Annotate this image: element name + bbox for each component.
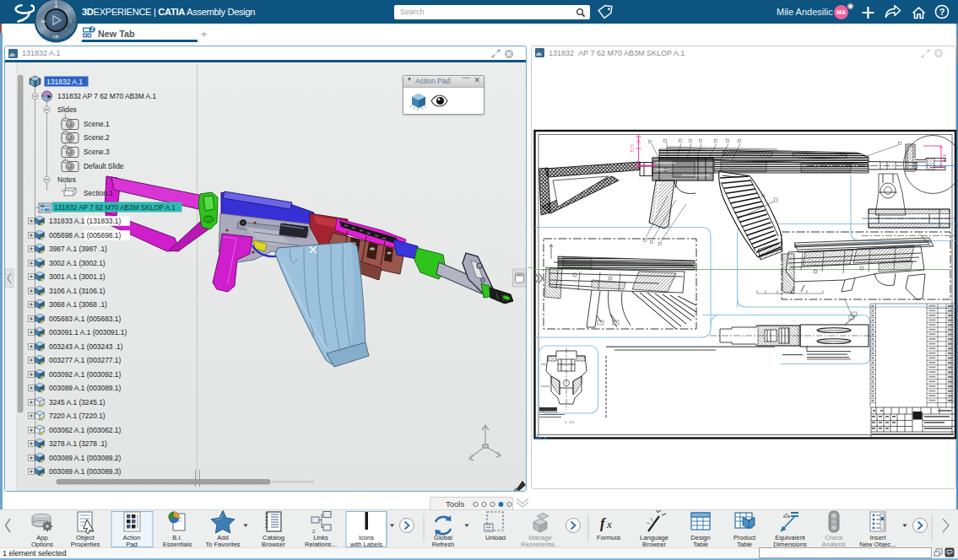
svg-text:005683 A.1 (005683.1): 005683 A.1 (005683.1) [49, 315, 121, 323]
svg-text:005698 A.1 (005698.1): 005698 A.1 (005698.1) [49, 231, 121, 240]
svg-text:131833 A.1 (131833.1): 131833 A.1 (131833.1) [49, 217, 121, 225]
svg-text:7220 A.1 (7220.1): 7220 A.1 (7220.1) [49, 412, 106, 420]
svg-text:ObjectProperties: ObjectProperties [71, 534, 100, 548]
svg-text:003089 A.1 (003089.1): 003089 A.1 (003089.1) [49, 384, 121, 392]
svg-text:131832 A.1: 131832 A.1 [46, 78, 83, 86]
svg-text:B.I.Essentials: B.I.Essentials [163, 534, 192, 548]
svg-text:Unload: Unload [485, 534, 506, 541]
svg-text:Section.1: Section.1 [84, 189, 113, 197]
svg-text:CheckAnalysis: CheckAnalysis [822, 534, 846, 548]
svg-text:131832 AP 7 62 M70 AB3M A.1: 131832 AP 7 62 M70 AB3M A.1 [57, 92, 157, 100]
svg-text:3106 A.1 (3106.1): 3106 A.1 (3106.1) [49, 287, 106, 295]
svg-text:003243 A.1 (003243 .1): 003243 A.1 (003243 .1) [49, 342, 123, 351]
svg-text:?: ? [939, 7, 945, 17]
svg-text:EquivalentDimensions: EquivalentDimensions [773, 534, 807, 548]
svg-text:3987 A.1 (3987 .1): 3987 A.1 (3987 .1) [49, 245, 107, 253]
svg-text:x: x [606, 518, 612, 530]
svg-text:InsertNew Objec...: InsertNew Objec... [859, 534, 896, 548]
svg-text:LinksRelations...: LinksRelations... [305, 534, 337, 548]
svg-text:57,5: 57,5 [631, 144, 635, 152]
svg-text:003062 A.1 (003062.1): 003062 A.1 (003062.1) [49, 426, 121, 434]
svg-text:3002 A.1 (3002.1): 3002 A.1 (3002.1) [49, 259, 106, 267]
svg-text:003089 A.1 (003089.2): 003089 A.1 (003089.2) [49, 454, 121, 462]
svg-text:ds: ds [537, 51, 543, 57]
svg-text:3001 A.1 (3001.1): 3001 A.1 (3001.1) [49, 272, 106, 281]
svg-text:3068 A.1 (3068 .1): 3068 A.1 (3068 .1) [49, 300, 107, 309]
svg-text:2: 2 [91, 26, 95, 32]
svg-text:003091.1 A.1 (003091.1): 003091.1 A.1 (003091.1) [49, 328, 127, 337]
svg-text:003092 A.1 (003092.1): 003092 A.1 (003092.1) [49, 370, 121, 379]
svg-text:3D: 3D [41, 19, 46, 24]
svg-text:GlobalRefresh: GlobalRefresh [432, 534, 455, 548]
svg-text:V.R: V.R [53, 35, 60, 39]
svg-text:CatalogBrowser: CatalogBrowser [262, 534, 285, 548]
svg-text:003277 A.1 (003277.1): 003277 A.1 (003277.1) [49, 356, 121, 364]
svg-text:131832 AP 7 62 M70 AB3M SKLOP: 131832 AP 7 62 M70 AB3M SKLOP A.1 [54, 204, 176, 212]
svg-text:Formula: Formula [597, 534, 621, 541]
svg-text:Slides: Slides [57, 105, 77, 114]
svg-text:LanguageBrowser: LanguageBrowser [640, 534, 668, 548]
svg-text:3245 A.1 (3245.1): 3245 A.1 (3245.1) [49, 398, 106, 407]
svg-text:Scene.3: Scene.3 [84, 148, 110, 156]
svg-text:ManageRepresenta...: ManageRepresenta... [521, 534, 560, 548]
svg-text:Scene.1: Scene.1 [84, 120, 110, 128]
svg-text:1 : 2.5: 1 : 2.5 [565, 420, 575, 424]
svg-text:003089 A.1 (003089.3): 003089 A.1 (003089.3) [49, 467, 121, 476]
svg-text:f: f [600, 515, 607, 531]
svg-text:Notes: Notes [57, 175, 76, 184]
svg-text:DesignTable: DesignTable [690, 534, 711, 548]
svg-text:ProductTable: ProductTable [733, 534, 756, 548]
svg-text:AppOptions: AppOptions [31, 534, 53, 548]
svg-text:Default Slide: Default Slide [84, 162, 124, 170]
svg-text:3278 A.1 (3278 .1): 3278 A.1 (3278 .1) [49, 439, 107, 448]
svg-text:AddTo Favorites: AddTo Favorites [205, 534, 241, 548]
svg-text:ds: ds [10, 51, 16, 57]
svg-text:Scene.2: Scene.2 [84, 133, 110, 142]
